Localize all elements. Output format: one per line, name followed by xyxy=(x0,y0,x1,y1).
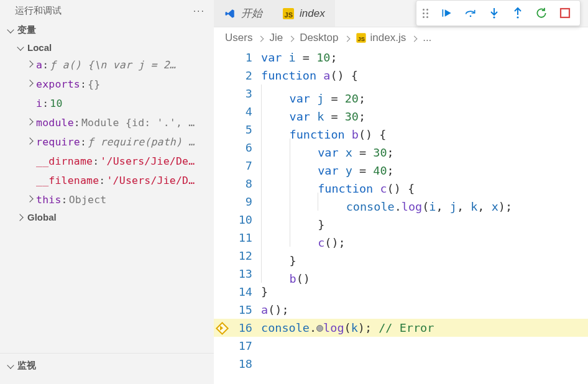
continue-button[interactable] xyxy=(441,7,453,19)
line-content[interactable]: } xyxy=(259,211,588,229)
breadcrumb-item[interactable]: ... xyxy=(423,32,431,44)
variable-value: Module {id: '.', … xyxy=(81,117,195,129)
breadcrumb-item[interactable]: index.js xyxy=(370,32,407,44)
glyph-margin[interactable] xyxy=(214,265,229,283)
code-line[interactable]: 6 var x = 30; xyxy=(214,139,588,157)
glyph-margin[interactable] xyxy=(214,48,229,66)
variable-name: require xyxy=(36,136,80,148)
glyph-margin[interactable] xyxy=(214,247,229,265)
code-line[interactable]: 8 function c() { xyxy=(214,175,588,193)
variable-row[interactable]: require: ƒ require(path) … xyxy=(0,132,214,152)
line-content[interactable]: console.log(k); // Error xyxy=(259,319,588,337)
glyph-margin[interactable] xyxy=(214,283,229,301)
section-watch[interactable]: 监视 xyxy=(0,356,214,375)
stop-button[interactable] xyxy=(559,7,571,19)
line-content[interactable]: } xyxy=(259,247,588,265)
tab-welcome-label: 开始 xyxy=(241,6,262,21)
code-line[interactable]: 13 b() xyxy=(214,265,588,283)
debug-toolbar xyxy=(416,0,581,26)
step-into-button[interactable] xyxy=(488,7,500,19)
code-line[interactable]: 4 var k = 30; xyxy=(214,103,588,121)
glyph-margin[interactable] xyxy=(214,211,229,229)
glyph-margin[interactable] xyxy=(214,301,229,319)
line-content[interactable]: b() xyxy=(259,265,588,283)
glyph-margin[interactable] xyxy=(214,103,229,121)
current-exec-glyph[interactable] xyxy=(214,319,229,337)
code-line[interactable]: 2function a() { xyxy=(214,66,588,85)
sidebar-more-icon[interactable]: ··· xyxy=(193,6,205,17)
code-editor[interactable]: 1var i = 10;2function a() {3 var j = 20;… xyxy=(214,48,588,384)
scope-local[interactable]: Local xyxy=(0,40,214,55)
line-number: 9 xyxy=(229,193,259,211)
variable-value: {} xyxy=(88,78,100,90)
line-content[interactable]: c(); xyxy=(259,229,588,247)
drag-handle-icon[interactable] xyxy=(423,9,428,18)
variable-row[interactable]: __filename: '/Users/Jie/D… xyxy=(0,171,214,190)
line-content[interactable]: function a() { xyxy=(259,66,588,85)
line-content[interactable]: var k = 30; xyxy=(259,103,588,121)
line-content[interactable]: var y = 40; xyxy=(259,157,588,175)
glyph-margin[interactable] xyxy=(214,355,229,373)
glyph-margin[interactable] xyxy=(214,157,229,175)
code-line[interactable]: 10 } xyxy=(214,211,588,229)
sidebar-titlebar: 运行和调试 ··· xyxy=(0,0,214,21)
line-content[interactable]: var x = 30; xyxy=(259,139,588,157)
variable-row[interactable]: __dirname: '/Users/Jie/De… xyxy=(0,152,214,171)
variable-row[interactable]: exports: {} xyxy=(0,75,214,94)
glyph-margin[interactable] xyxy=(214,175,229,193)
glyph-margin[interactable] xyxy=(214,229,229,247)
breadcrumbs[interactable]: Users Jie Desktop JS index.js ... xyxy=(214,27,588,48)
tab-welcome[interactable]: 开始 xyxy=(214,0,272,27)
line-number: 12 xyxy=(229,247,259,265)
glyph-margin[interactable] xyxy=(214,193,229,211)
variable-row[interactable]: i: 10 xyxy=(0,94,214,113)
glyph-margin[interactable] xyxy=(214,139,229,157)
execution-pointer-icon xyxy=(217,323,226,332)
line-content[interactable]: a(); xyxy=(259,301,588,319)
section-variables[interactable]: 变量 xyxy=(0,21,214,40)
code-line[interactable]: 11 c(); xyxy=(214,229,588,247)
section-variables-label: 变量 xyxy=(17,24,36,36)
code-line[interactable]: 5 function b() { xyxy=(214,121,588,139)
code-line[interactable]: 3 var j = 20; xyxy=(214,85,588,103)
chevron-down-icon xyxy=(6,362,15,370)
step-over-button[interactable] xyxy=(464,7,477,19)
line-content[interactable] xyxy=(259,337,588,355)
breadcrumb-item[interactable]: Desktop xyxy=(300,32,338,44)
line-content[interactable]: function b() { xyxy=(259,121,588,139)
glyph-margin[interactable] xyxy=(214,337,229,355)
line-number: 7 xyxy=(229,157,259,175)
code-line[interactable]: 16console.log(k); // Error xyxy=(214,319,588,337)
scope-global[interactable]: Global xyxy=(0,209,214,225)
breadcrumb-item[interactable]: Jie xyxy=(269,32,283,44)
glyph-margin[interactable] xyxy=(214,85,229,103)
variable-row[interactable]: module: Module {id: '.', … xyxy=(0,113,214,132)
code-line[interactable]: 17 xyxy=(214,337,588,355)
line-content[interactable] xyxy=(259,355,588,373)
code-line[interactable]: 9 console.log(i, j, k, x); xyxy=(214,193,588,211)
variable-row[interactable]: this: Object xyxy=(0,190,214,209)
tab-indexjs[interactable]: JS index xyxy=(272,0,335,27)
line-content[interactable]: function c() { xyxy=(259,175,588,193)
variable-row[interactable]: a: ƒ a() {\n var j = 2… xyxy=(0,55,214,75)
glyph-margin[interactable] xyxy=(214,121,229,139)
code-line[interactable]: 18 xyxy=(214,355,588,373)
variable-value: '/Users/Jie/De… xyxy=(100,155,195,167)
code-line[interactable]: 15a(); xyxy=(214,301,588,319)
line-content[interactable]: } xyxy=(259,283,588,301)
step-out-button[interactable] xyxy=(512,7,524,19)
line-content[interactable]: var i = 10; xyxy=(259,48,588,66)
line-number: 16 xyxy=(229,319,259,337)
restart-button[interactable] xyxy=(535,7,548,19)
line-content[interactable]: console.log(i, j, k, x); xyxy=(259,193,588,211)
glyph-margin[interactable] xyxy=(214,66,229,85)
code-line[interactable]: 7 var y = 40; xyxy=(214,157,588,175)
chevron-right-icon xyxy=(256,32,265,44)
code-line[interactable]: 1var i = 10; xyxy=(214,48,588,66)
variable-name: module xyxy=(36,117,74,129)
line-content[interactable]: var j = 20; xyxy=(259,85,588,103)
code-line[interactable]: 12 } xyxy=(214,247,588,265)
breadcrumb-item[interactable]: Users xyxy=(225,32,252,44)
code-line[interactable]: 14} xyxy=(214,283,588,301)
scope-global-label: Global xyxy=(27,212,57,222)
